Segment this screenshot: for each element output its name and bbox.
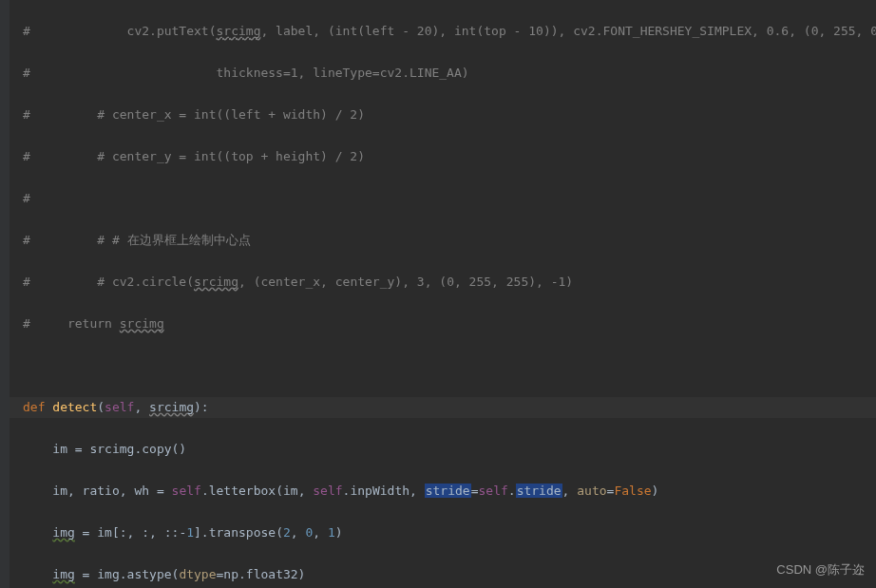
blank-line[interactable] [10, 355, 876, 376]
comment-text: # # # 在边界框上绘制中心点 [23, 233, 251, 247]
watermark-text: CSDN @陈子迩 [776, 561, 865, 579]
comment-text: # thickness=1, lineType=cv2.LINE_AA) [23, 66, 469, 80]
code-line[interactable]: # cv2.putText(srcimg, label, (int(left -… [10, 21, 876, 42]
code-line[interactable]: # # center_x = int((left + width) / 2) [10, 104, 876, 125]
code-editor[interactable]: # cv2.putText(srcimg, label, (int(left -… [0, 0, 876, 588]
code-line[interactable]: im, ratio, wh = self.letterbox(im, self.… [10, 481, 876, 502]
code-line[interactable]: # # # 在边界框上绘制中心点 [10, 230, 876, 251]
comment-text: # # center_x = int((left + width) / 2) [23, 107, 365, 122]
gutter-stripe [0, 0, 10, 588]
code-line[interactable]: img = im[:, :, ::-1].transpose(2, 0, 1) [10, 522, 876, 543]
code-line[interactable]: # thickness=1, lineType=cv2.LINE_AA) [10, 63, 876, 84]
self-param: self [105, 400, 134, 414]
comment-text: # # center_y = int((top + height) / 2) [23, 149, 365, 163]
comment-text: # cv2.putText(srcimg, label, (int(left -… [23, 24, 876, 38]
code-line[interactable]: # # center_y = int((top + height) / 2) [10, 146, 876, 167]
code-line[interactable]: # [10, 188, 876, 209]
code-line-def[interactable]: def detect(self, srcimg): [10, 397, 876, 418]
comment-text: # return srcimg [23, 316, 164, 331]
comment-text: # [23, 191, 30, 205]
keyword-def: def [23, 400, 52, 414]
code-line[interactable]: # # cv2.circle(srcimg, (center_x, center… [10, 272, 876, 293]
code-line[interactable]: im = srcimg.copy() [10, 439, 876, 460]
code-line[interactable]: img = img.astype(dtype=np.float32) [10, 564, 876, 585]
code-line[interactable]: # return srcimg [10, 313, 876, 334]
comment-text: # # cv2.circle(srcimg, (center_x, center… [23, 275, 573, 289]
function-name: detect [52, 400, 97, 414]
